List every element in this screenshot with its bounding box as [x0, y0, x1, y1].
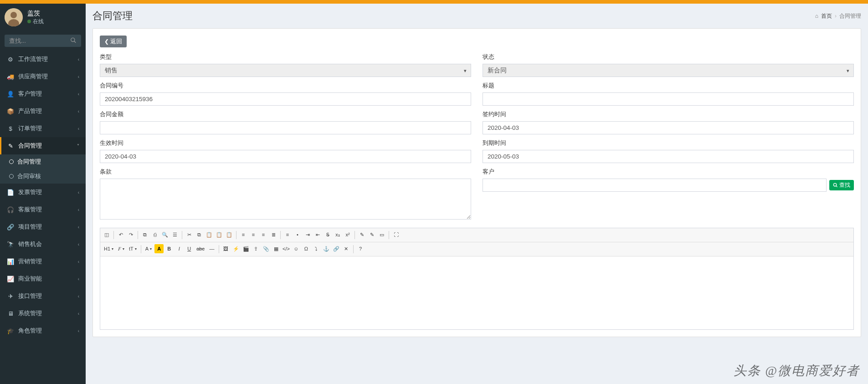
tb-fgA-icon[interactable]: A▾ — [144, 244, 154, 253]
tb-hr-icon[interactable]: — — [207, 244, 216, 253]
sidebar-item-11[interactable]: 📈商业智能‹ — [0, 270, 86, 287]
tb-paste-icon[interactable]: 📋 — [205, 230, 214, 239]
terms-textarea[interactable] — [100, 179, 471, 220]
code-input[interactable] — [100, 92, 471, 106]
tb-H1-icon[interactable]: H1▾ — [102, 244, 115, 253]
tb-flash-icon[interactable]: ⚡ — [231, 244, 241, 253]
subject-input[interactable] — [483, 92, 854, 106]
tb-table-icon[interactable]: ▦ — [272, 244, 281, 253]
sidebar-item-9[interactable]: 🔭销售机会‹ — [0, 236, 86, 253]
avatar[interactable] — [5, 8, 23, 26]
tb-ol-icon[interactable]: ≡ — [283, 230, 292, 239]
tb-j-full-icon[interactable]: ≣ — [269, 230, 278, 239]
tb-outdent-icon[interactable]: ⇤ — [313, 230, 322, 239]
tb-preview-icon[interactable]: 🔍 — [160, 230, 169, 239]
tb-copy-icon[interactable]: ⧉ — [195, 230, 204, 239]
submenu-label: 合同审核 — [17, 172, 41, 180]
sidebar-subitem-5-0[interactable]: 合同管理 — [0, 154, 86, 169]
tb-print-icon[interactable]: ⎙ — [150, 230, 159, 239]
tb-tmpl-icon[interactable]: ☰ — [170, 230, 180, 239]
toolbar-separator — [182, 231, 182, 239]
sign-date-label: 签约时间 — [483, 110, 854, 118]
tb-bgA-icon[interactable]: A — [154, 244, 164, 253]
chevron-left-icon: ‹ — [78, 92, 79, 97]
tb-link-icon[interactable]: 🔗 — [332, 244, 341, 253]
tb-src-icon[interactable]: ◫ — [102, 230, 111, 239]
sidebar-item-12[interactable]: ✈接口管理‹ — [0, 287, 86, 305]
type-select[interactable]: 销售 — [100, 64, 471, 77]
effect-date-input[interactable] — [100, 150, 471, 163]
chevron-left-icon: ‹ — [78, 328, 79, 333]
chevron-left-icon: ‹ — [78, 259, 79, 264]
tb-color2-icon[interactable]: ✎ — [367, 230, 376, 239]
sidebar-item-4[interactable]: $订单管理‹ — [0, 120, 86, 137]
tb-sup-icon[interactable]: x² — [343, 230, 352, 239]
customer-find-button[interactable]: 查找 — [829, 180, 854, 190]
tb-hl-icon[interactable]: ✎ — [357, 230, 366, 239]
tb-size-icon[interactable]: tT▾ — [127, 244, 139, 253]
sidebar-item-5[interactable]: ✎合同管理˅ — [0, 137, 86, 154]
chevron-left-icon: ‹ — [78, 126, 79, 131]
tb-bold-icon[interactable]: B — [164, 244, 174, 253]
effect-date-label: 生效时间 — [100, 139, 471, 147]
editor-content[interactable] — [100, 256, 853, 329]
tb-indent-icon[interactable]: ⇥ — [303, 230, 312, 239]
tb-strike-icon[interactable]: abc — [195, 244, 206, 253]
svg-line-6 — [836, 186, 837, 187]
terms-label: 条款 — [100, 168, 471, 176]
sidebar-subitem-5-1[interactable]: 合同审核 — [0, 169, 86, 184]
tb-underline-icon[interactable]: U — [185, 244, 194, 253]
tb-j-center-icon[interactable]: ≡ — [249, 230, 258, 239]
tb-unlink-icon[interactable]: ✕ — [342, 244, 351, 253]
status-select[interactable]: 新合同 — [483, 64, 854, 77]
back-button[interactable]: ❮ 返回 — [100, 36, 127, 47]
tb-font-icon[interactable]: 𝐹▾ — [116, 244, 126, 253]
tb-sub-icon[interactable]: x₂ — [333, 230, 342, 239]
tb-italic-icon[interactable]: I — [175, 244, 184, 253]
tb-anchor-icon[interactable]: ⚓ — [322, 244, 331, 253]
tb-j-left-icon[interactable]: ≡ — [239, 230, 248, 239]
tb-undo-icon[interactable]: ↶ — [116, 230, 125, 239]
tb-j-right-icon[interactable]: ≡ — [259, 230, 268, 239]
tb-emoji-icon[interactable]: ☺ — [292, 244, 301, 253]
tb-redo-icon[interactable]: ↷ — [126, 230, 135, 239]
search-input[interactable] — [5, 35, 81, 47]
tb-cut-icon[interactable]: ✂ — [185, 230, 194, 239]
breadcrumb-home[interactable]: 首页 — [821, 12, 832, 20]
sidebar-item-14[interactable]: 🎓角色管理‹ — [0, 322, 86, 339]
sidebar: 盖茨 在线 ⚙工作流管理‹🚚供应商管理‹👤客户管理‹📦产品管理‹$订单管理‹✎合… — [0, 4, 86, 384]
sidebar-item-0[interactable]: ⚙工作流管理‹ — [0, 51, 86, 68]
tb-paste-word-icon[interactable]: 📋 — [225, 230, 234, 239]
sign-date-input[interactable] — [483, 121, 854, 134]
amount-input[interactable] — [100, 121, 471, 134]
tb-paste-txt-icon[interactable]: 📋 — [215, 230, 224, 239]
expire-date-input[interactable] — [483, 150, 854, 163]
svg-line-4 — [74, 41, 76, 43]
sidebar-item-3[interactable]: 📦产品管理‹ — [0, 102, 86, 120]
sidebar-item-6[interactable]: 📄发票管理‹ — [0, 184, 86, 201]
tb-fullscreen-icon[interactable]: ⛶ — [391, 230, 401, 239]
tb-select-all-icon[interactable]: ▭ — [377, 230, 386, 239]
sidebar-item-10[interactable]: 📊营销管理‹ — [0, 253, 86, 270]
sidebar-item-2[interactable]: 👤客户管理‹ — [0, 85, 86, 102]
search-icon[interactable] — [70, 37, 77, 45]
tb-media-icon[interactable]: 🎬 — [241, 244, 251, 253]
sidebar-item-7[interactable]: 🎧客服管理‹ — [0, 201, 86, 218]
sidebar-item-1[interactable]: 🚚供应商管理‹ — [0, 68, 86, 85]
tb-pagebreak-icon[interactable]: ⤵ — [312, 244, 321, 253]
tb-attach-icon[interactable]: 📎 — [262, 244, 271, 253]
sidebar-item-13[interactable]: 🖥系统管理‹ — [0, 305, 86, 322]
menu-label: 供应商管理 — [18, 72, 48, 81]
customer-input[interactable] — [483, 179, 827, 192]
tb-help-icon[interactable]: ? — [356, 244, 365, 253]
tb-cut2-icon[interactable]: ⧉ — [140, 230, 149, 239]
tb-strike2-icon[interactable]: S̶ — [323, 230, 332, 239]
tb-img-icon[interactable]: 🖼 — [221, 244, 231, 253]
sidebar-item-8[interactable]: 🔗项目管理‹ — [0, 218, 86, 236]
tb-ul-icon[interactable]: • — [293, 230, 302, 239]
tb-upload-icon[interactable]: ⇪ — [252, 244, 261, 253]
tb-specialchar-icon[interactable]: Ω — [302, 244, 311, 253]
toolbar-separator — [280, 231, 281, 239]
tb-code-icon[interactable]: </> — [282, 244, 291, 253]
form-box: ❮ 返回 类型 销售 状态 — [92, 28, 861, 337]
